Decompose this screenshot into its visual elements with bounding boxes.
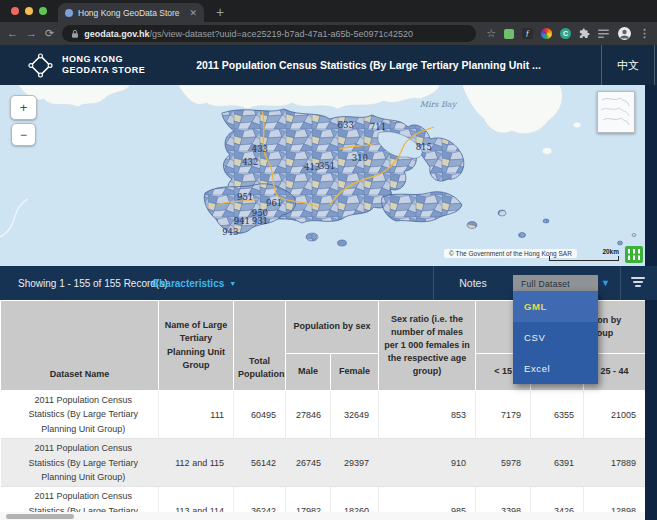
back-icon[interactable]: ← (7, 28, 18, 39)
map-region-label: 310 (352, 153, 368, 163)
extension-green-icon[interactable] (504, 29, 514, 39)
cell-total: 60495 (234, 391, 286, 439)
cell-age-15-24: 6391 (531, 439, 584, 487)
extension-colorwheel-icon[interactable] (541, 28, 552, 39)
lock-icon (71, 29, 79, 39)
cell-dataset-name: 2011 Population Census Statistics (By La… (1, 391, 159, 439)
url-path: /gs/view-dataset?uuid=ace25219-b7ad-47a1… (150, 29, 413, 39)
notes-button[interactable]: Notes (433, 266, 513, 300)
lands-department-logo (625, 246, 643, 263)
fullscreen-window-button[interactable] (39, 7, 47, 15)
extension-c-icon[interactable]: C (560, 28, 571, 39)
url-text: geodata.gov.hk/gs/view-dataset?uuid=ace2… (84, 29, 413, 39)
map-region-label: 941 (234, 216, 250, 226)
cell-male: 27846 (286, 391, 331, 439)
map-scale: 20km (549, 248, 619, 261)
col-header-unit-group[interactable]: Name of Large Tertiary Planning Unit Gro… (159, 301, 234, 391)
profile-avatar[interactable] (618, 27, 631, 40)
scale-label: 20km (549, 248, 619, 255)
site-header: HONG KONG GEODATA STORE 2011 Population … (0, 45, 657, 85)
reading-list-icon[interactable] (598, 29, 610, 39)
bay-label: Mirs Bay (420, 100, 456, 109)
language-toggle[interactable]: 中文 (601, 45, 655, 85)
geodata-store-logo[interactable]: HONG KONG GEODATA STORE (28, 53, 145, 78)
map-region-label: 951 (237, 192, 253, 202)
record-count-text: Showing 1 - 155 of 155 Record(s) (18, 266, 168, 300)
col-header-sex-ratio[interactable]: Sex ratio (i.e. the number of males per … (379, 301, 476, 391)
cell-age-lt15: 7179 (476, 391, 531, 439)
col-header-female[interactable]: Female (331, 354, 379, 391)
cell-age-25-44: 17889 (584, 439, 645, 487)
map-region-label: 931 (252, 216, 268, 226)
menu-item-excel[interactable]: Excel (513, 353, 598, 384)
chevron-down-icon: ▼ (229, 280, 236, 287)
table-row[interactable]: 2011 Population Census Statistics (By La… (1, 391, 646, 439)
col-header-male[interactable]: Male (286, 354, 331, 391)
characteristics-label: Characteristics (152, 278, 224, 289)
logo-line1: HONG KONG (62, 54, 145, 65)
browser-extensions: ☆ ƒ C ⋮ (486, 27, 650, 40)
map-region-label: 943 (222, 227, 238, 237)
scrollbar-thumb[interactable] (6, 514, 74, 519)
col-header-total-population[interactable]: Total Population (234, 301, 286, 391)
horizontal-scrollbar[interactable] (0, 512, 645, 520)
map-region-label: 961 (266, 198, 282, 208)
address-bar[interactable]: geodata.gov.hk/gs/view-dataset?uuid=ace2… (62, 25, 476, 42)
logo-line2: GEODATA STORE (62, 65, 145, 76)
minimize-window-button[interactable] (25, 7, 33, 15)
map-region-label: 633 (338, 120, 354, 130)
cell-age-lt15: 5978 (476, 439, 531, 487)
geodata-logo-icon (28, 53, 53, 78)
table-row[interactable]: 2011 Population Census Statistics (By La… (1, 439, 646, 487)
forward-icon[interactable]: → (26, 28, 37, 39)
scale-bar (549, 256, 619, 261)
tab-close-icon[interactable]: ✕ (189, 8, 197, 18)
zoom-out-button[interactable]: − (11, 123, 36, 146)
cell-sex-ratio: 910 (379, 439, 476, 487)
close-window-button[interactable] (11, 7, 19, 15)
tab-title: Hong Kong GeoData Store (78, 8, 184, 18)
col-header-population-by-sex[interactable]: Population by sex (286, 301, 379, 354)
menu-item-gml[interactable]: GML (513, 291, 598, 322)
browser-tab[interactable]: Hong Kong GeoData Store ✕ (58, 3, 204, 22)
new-tab-button[interactable]: + (216, 2, 224, 22)
download-format-select[interactable]: Full Dataset (513, 275, 598, 292)
overview-map-sketch (598, 92, 632, 130)
cell-sex-ratio: 853 (379, 391, 476, 439)
page: { "browser": { "tab_title": "Hong Kong G… (0, 0, 657, 520)
browser-tab-bar: Hong Kong GeoData Store ✕ + (0, 0, 657, 22)
map-region-label: 711 (370, 122, 386, 132)
extension-f-icon[interactable]: ƒ (522, 28, 533, 39)
map-region-label: 432 (242, 157, 258, 167)
logo-text: HONG KONG GEODATA STORE (62, 54, 145, 77)
map-canvas[interactable]: 4334324133513106337118159519619509419319… (0, 85, 645, 266)
col-header-dataset-name[interactable]: Dataset Name (1, 301, 159, 391)
toolbar-divider (620, 266, 621, 300)
page-title: 2011 Population Census Statistics (By La… (150, 59, 587, 71)
cell-age-15-24: 6355 (531, 391, 584, 439)
cell-age-25-44: 21005 (584, 391, 645, 439)
browser-menu-icon[interactable]: ⋮ (639, 27, 650, 40)
filter-icon[interactable] (630, 277, 645, 289)
window-controls[interactable] (11, 7, 47, 15)
cell-female: 32649 (331, 391, 379, 439)
map-land-layer (0, 85, 645, 266)
reload-icon[interactable]: ⟳ (45, 28, 54, 39)
cell-dataset-name: 2011 Population Census Statistics (By La… (1, 439, 159, 487)
map-region-label: 815 (416, 142, 432, 152)
select-chevron-down-icon[interactable]: ▼ (601, 278, 610, 288)
cell-unit-group: 111 (159, 391, 234, 439)
cell-unit-group: 112 and 115 (159, 439, 234, 487)
browser-url-bar: ← → ⟳ geodata.gov.hk/gs/view-dataset?uui… (0, 22, 657, 45)
extensions-puzzle-icon[interactable] (579, 28, 590, 39)
zoom-in-button[interactable]: + (10, 95, 37, 120)
url-domain: geodata.gov.hk (84, 29, 149, 39)
map-zoom-control: + − (10, 95, 37, 146)
menu-item-csv[interactable]: CSV (513, 322, 598, 353)
cell-male: 26745 (286, 439, 331, 487)
bookmark-star-icon[interactable]: ☆ (486, 27, 496, 40)
characteristics-dropdown[interactable]: Characteristics ▼ (152, 266, 236, 300)
download-format-menu: GML CSV Excel (513, 291, 598, 384)
overview-map-widget[interactable] (597, 91, 635, 133)
cell-female: 29397 (331, 439, 379, 487)
